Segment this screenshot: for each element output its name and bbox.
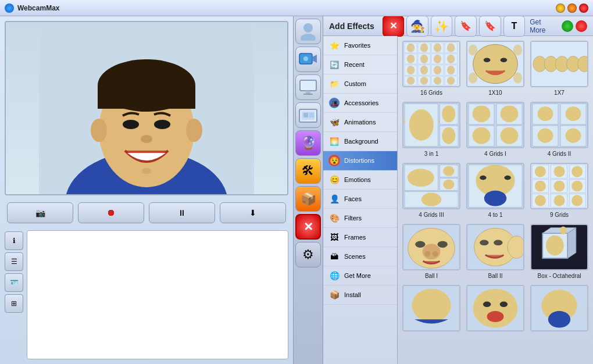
svg-point-6 [91,119,107,142]
cat-filters[interactable]: 🎨 Filters [323,209,397,228]
person-silhouette [6,22,287,194]
id-button[interactable]: 🪪 [5,273,23,292]
pause-button[interactable]: ⏸ [149,202,215,223]
svg-point-36 [447,43,455,52]
cat-background[interactable]: 🌅 Background [323,132,397,151]
list-button[interactable]: ☰ [5,252,23,271]
minimize-button[interactable] [556,3,565,13]
svg-point-139 [438,241,448,248]
cat-favorites[interactable]: ⭐ Favorites [323,36,397,55]
effects-wizard-button[interactable]: 🧙 [406,16,428,37]
layout-button[interactable]: ⊞ [5,294,23,313]
svg-point-30 [407,43,415,52]
cat-install-icon: 📦 [328,288,341,301]
close-tool-button[interactable]: ✕ [295,214,321,240]
cat-faces[interactable]: 👤 Faces [323,190,397,209]
video-tool-icon [299,51,317,67]
effect-4to1[interactable]: 4 to 1 [466,163,524,218]
svg-point-104 [408,169,434,187]
photo-tool-button[interactable] [295,102,321,128]
video-tool-button[interactable] [295,47,321,72]
tools-tool-button[interactable]: 🛠 [295,158,321,184]
cat-emotions[interactable]: 😊 Emotions [323,170,397,190]
svg-point-129 [571,180,583,191]
cat-custom[interactable]: 📁 Custom [323,74,397,94]
controls-bar: 📷 ⏺ ⏸ ⬇ [5,200,288,226]
svg-point-90 [473,127,491,144]
record-button[interactable]: ⏺ [78,202,144,223]
svg-point-13 [301,34,316,41]
svg-point-62 [473,44,518,83]
get-more-red-icon[interactable] [576,20,587,32]
download-button[interactable]: ⬇ [220,202,286,223]
svg-point-127 [553,180,565,191]
svg-point-66 [513,44,522,55]
cat-accessories[interactable]: 🎩 Accessories [323,94,397,113]
info-button[interactable]: ℹ [5,231,23,250]
get-more-link[interactable]: Get More [530,18,557,34]
effect-9grids[interactable]: 9 Grids [530,163,588,218]
svg-point-106 [443,166,454,176]
effect-9grids-label: 9 Grids [550,212,569,218]
pause-icon: ⏸ [178,208,186,217]
effect-ballii[interactable]: Ball II [466,224,524,279]
svg-point-83 [442,127,455,144]
effects-close-icon: ✕ [390,20,397,31]
cat-distortions[interactable]: 😵 Distortions [323,151,397,170]
categories-panel[interactable]: ⭐ Favorites 🔄 Recent 📁 Custom 🎩 Acce [323,36,398,364]
person-tool-button[interactable] [295,19,321,44]
gear-tool-icon: ⚙ [302,247,314,262]
svg-point-67 [469,72,477,83]
effect-balli[interactable]: Ball I [402,224,460,279]
effects-add2-button[interactable]: 🔖 [479,16,501,37]
cat-get-more[interactable]: 🌐 Get More [323,266,397,286]
svg-point-141 [424,251,430,257]
svg-point-158 [483,301,491,307]
effects-text-button[interactable]: T [503,16,526,37]
svg-point-92 [501,127,519,144]
svg-point-115 [480,176,487,180]
effect-4gridsii[interactable]: 4 Grids II [530,102,588,157]
cat-animations-icon: 🦋 [328,116,341,129]
svg-point-77 [409,109,434,141]
camera-button[interactable]: 📷 [7,202,73,223]
magic-tool-button[interactable]: 🔮 [295,130,321,156]
cat-install[interactable]: 📦 Install [323,286,397,305]
cat-frames[interactable]: 🖼 Frames [323,228,397,247]
effect-1x7[interactable]: 1X7 [530,41,588,96]
cat-scenes[interactable]: 🏔 Scenes [323,247,397,266]
svg-point-54 [407,77,415,84]
svg-rect-17 [300,80,316,91]
effect-4to1-thumb [466,163,524,209]
cat-animations[interactable]: 🦋 Animations [323,113,397,132]
svg-point-147 [494,240,502,246]
effect-box[interactable]: Box - Octahedral [530,224,588,279]
effect-1x10[interactable]: 1X10 [466,41,524,96]
effects-add1-button[interactable]: 🔖 [455,16,477,37]
effects-close-button[interactable]: ✕ [383,16,405,37]
effect-more2[interactable] [466,285,524,334]
cat-recent-label: Recent [344,61,365,68]
monitor-tool-button[interactable] [295,74,321,100]
effects-title: Add Effects [329,22,374,31]
svg-point-32 [420,43,428,52]
gear-tool-button[interactable]: ⚙ [295,242,321,267]
svg-point-97 [566,106,581,121]
cat-recent[interactable]: 🔄 Recent [323,55,397,74]
app-title: WebcamMax [17,4,59,12]
effect-more1[interactable] [402,285,460,334]
cat-faces-label: Faces [344,195,362,202]
close-button[interactable] [579,3,588,13]
box-tool-button[interactable]: 📦 [295,186,321,212]
svg-rect-23 [309,113,314,117]
effects-sparkle-button[interactable]: ✨ [431,16,453,37]
maximize-button[interactable] [567,3,577,13]
effect-4gridsi[interactable]: 4 Grids I [466,102,524,157]
effect-more3[interactable] [530,285,588,334]
effects-grid-panel[interactable]: 16 Grids [398,36,593,364]
effect-3in1[interactable]: 3 in 1 [402,102,460,157]
get-more-green-icon[interactable] [562,20,573,32]
effect-4gridsiii[interactable]: 4 Grids III [402,163,460,218]
effect-16grids[interactable]: 16 Grids [402,41,460,96]
cat-frames-icon: 🖼 [328,231,341,244]
